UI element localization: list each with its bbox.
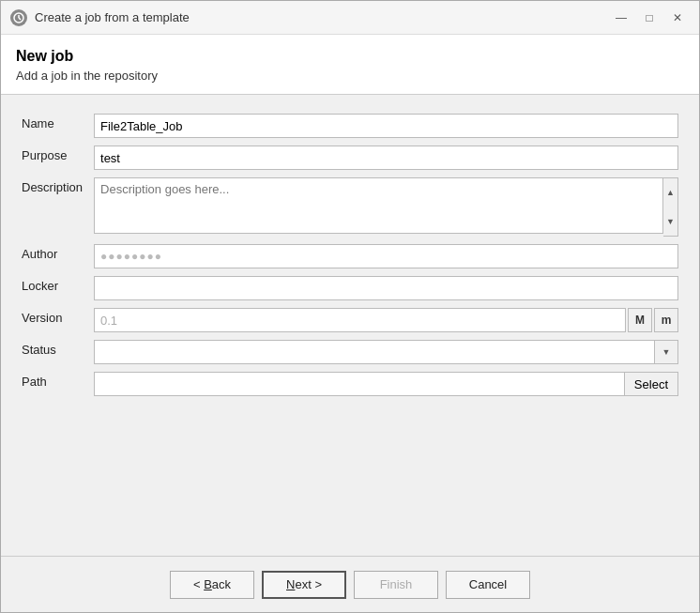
finish-button[interactable]: Finish <box>354 571 438 599</box>
minimize-button[interactable]: — <box>609 8 633 28</box>
scroll-up-button[interactable]: ▲ <box>663 178 677 207</box>
purpose-label: Purpose <box>16 142 88 174</box>
status-label: Status <box>16 336 88 368</box>
back-underline: B <box>204 577 212 591</box>
form-table: Name Purpose Description <box>16 110 684 400</box>
main-window: Create a job from a template — □ ✕ New j… <box>0 0 700 613</box>
title-bar-left: Create a job from a template <box>10 9 190 26</box>
select-button[interactable]: Select <box>625 372 678 396</box>
author-label: Author <box>16 240 88 272</box>
locker-label: Locker <box>16 272 88 304</box>
name-row: Name <box>16 110 684 142</box>
back-button[interactable]: < Back <box>170 571 254 599</box>
author-row: Author ●●●●●●●● <box>16 240 684 272</box>
path-row: Path Select <box>16 368 684 400</box>
form-section: Name Purpose Description <box>1 95 699 556</box>
maximize-button[interactable]: □ <box>637 8 662 28</box>
description-textarea[interactable] <box>94 177 663 234</box>
content-area: New job Add a job in the repository Name… <box>1 35 699 556</box>
description-scrollbar: ▲ ▼ <box>663 177 678 237</box>
page-title: New job <box>16 48 684 65</box>
svg-line-2 <box>19 18 21 20</box>
close-button[interactable]: ✕ <box>665 8 690 28</box>
window-title: Create a job from a template <box>35 10 190 24</box>
version-major-button[interactable]: M <box>628 308 652 332</box>
header-section: New job Add a job in the repository <box>1 35 699 95</box>
next-underline: N <box>286 577 295 591</box>
footer: < Back Next > Finish Cancel <box>1 556 699 612</box>
purpose-row: Purpose <box>16 142 684 174</box>
title-bar: Create a job from a template — □ ✕ <box>1 1 699 35</box>
description-label: Description <box>16 174 88 240</box>
version-row: Version M m <box>16 304 684 336</box>
path-label: Path <box>16 368 88 400</box>
author-value: ●●●●●●●● <box>94 244 678 268</box>
scroll-down-button[interactable]: ▼ <box>663 207 677 237</box>
version-minor-button[interactable]: m <box>654 308 678 332</box>
path-wrapper: Select <box>94 372 678 396</box>
cancel-button[interactable]: Cancel <box>446 571 530 599</box>
locker-row: Locker <box>16 272 684 304</box>
next-button[interactable]: Next > <box>262 571 346 599</box>
name-label: Name <box>16 110 88 142</box>
purpose-input[interactable] <box>94 146 678 170</box>
version-input[interactable] <box>94 308 626 332</box>
status-select[interactable]: Active Inactive Draft <box>94 340 678 364</box>
version-label: Version <box>16 304 88 336</box>
description-wrapper: ▲ ▼ <box>94 177 678 237</box>
version-wrapper: M m <box>94 308 678 332</box>
path-input[interactable] <box>94 372 625 396</box>
status-wrapper: Active Inactive Draft ▼ <box>94 340 678 364</box>
window-icon <box>10 9 27 26</box>
status-row: Status Active Inactive Draft ▼ <box>16 336 684 368</box>
name-input[interactable] <box>94 114 678 138</box>
window-controls: — □ ✕ <box>609 8 690 28</box>
locker-input[interactable] <box>94 276 678 300</box>
page-subtitle: Add a job in the repository <box>16 69 684 83</box>
description-row: Description ▲ ▼ <box>16 174 684 240</box>
